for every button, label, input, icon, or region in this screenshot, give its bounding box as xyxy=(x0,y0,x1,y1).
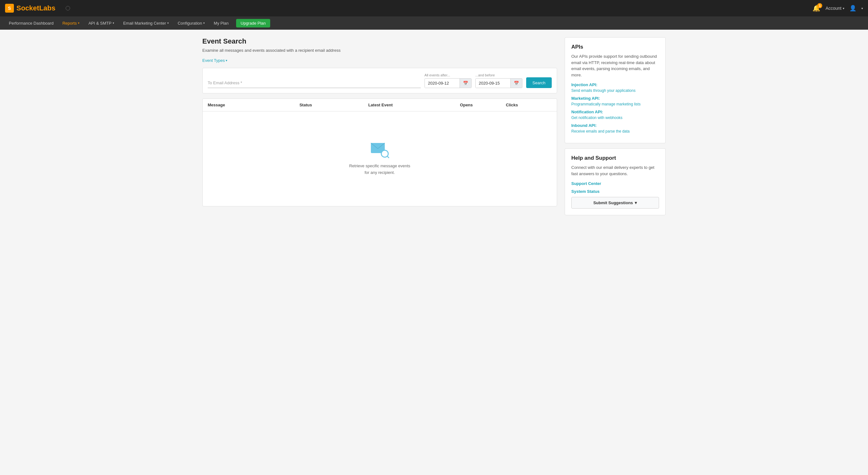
col-status: Status xyxy=(300,102,368,107)
logo-icon: S xyxy=(5,4,14,12)
col-opens: Opens xyxy=(460,102,506,107)
nav-item-api-smtp[interactable]: API & SMTP ▾ xyxy=(85,18,118,28)
marketing-api-link[interactable]: Marketing API: Programmatically manage m… xyxy=(571,96,659,106)
notification-badge: 1 xyxy=(817,3,822,8)
inbound-api-title: Inbound API: xyxy=(571,123,659,128)
event-types-dropdown[interactable]: Event Types ▾ xyxy=(202,58,227,63)
date-before-input-wrap: 📅 xyxy=(475,78,522,88)
api-smtp-chevron-icon: ▾ xyxy=(113,22,114,25)
main-wrapper: Event Search Examine all messages and ev… xyxy=(197,30,671,223)
notification-api-link[interactable]: Notification API: Get notification with … xyxy=(571,109,659,120)
top-nav: S SocketLabs 🔔 1 Account ▾ 👤 ▾ xyxy=(0,0,868,17)
email-input[interactable] xyxy=(208,78,421,88)
sidebar: APIs Our APIs provide support for sendin… xyxy=(565,37,666,215)
empty-state-text: Retrieve specific message events for any… xyxy=(349,163,410,176)
nav-item-performance-dashboard-label: Performance Dashboard xyxy=(9,21,54,26)
nav-item-reports[interactable]: Reports ▾ xyxy=(59,18,84,28)
email-input-wrap xyxy=(208,78,421,88)
support-center-link[interactable]: Support Center xyxy=(571,181,659,186)
email-marketing-chevron-icon: ▾ xyxy=(167,22,169,25)
nav-right: 🔔 1 Account ▾ 👤 ▾ xyxy=(812,4,863,12)
search-form: All events after... 📅 ...and before 📅 Se… xyxy=(202,68,557,93)
col-clicks: Clicks xyxy=(506,102,552,107)
apis-card: APIs Our APIs provide support for sendin… xyxy=(565,37,666,143)
nav-item-email-marketing[interactable]: Email Marketing Center ▾ xyxy=(119,18,173,28)
table-body-empty: Retrieve specific message events for any… xyxy=(203,112,557,206)
date-after-input[interactable] xyxy=(425,78,460,88)
nav-right-chevron-icon[interactable]: ▾ xyxy=(861,7,863,10)
event-types-label: Event Types xyxy=(202,58,225,63)
sub-nav: Performance Dashboard Reports ▾ API & SM… xyxy=(0,17,868,30)
marketing-api-desc: Programmatically manage marketing lists xyxy=(571,102,641,106)
results-table: Message Status Latest Event Opens Clicks xyxy=(202,98,557,207)
nav-item-configuration-label: Configuration xyxy=(178,21,202,26)
event-types-chevron-icon: ▾ xyxy=(226,59,227,62)
support-card-title: Help and Support xyxy=(571,155,659,161)
notification-api-desc: Get notification with webhooks xyxy=(571,116,622,120)
logo-text: SocketLabs xyxy=(17,4,56,12)
nav-item-configuration[interactable]: Configuration ▾ xyxy=(174,18,209,28)
date-before-input[interactable] xyxy=(476,78,510,88)
nav-item-my-plan-label: My Plan xyxy=(214,21,228,26)
upgrade-plan-button[interactable]: Upgrade Plan xyxy=(236,19,270,28)
support-card-description: Connect with our email delivery experts … xyxy=(571,164,659,177)
table-header: Message Status Latest Event Opens Clicks xyxy=(203,99,557,112)
empty-state-icon xyxy=(370,142,389,159)
submit-suggestions-label: Submit Suggestions xyxy=(593,200,633,205)
nav-item-email-marketing-label: Email Marketing Center xyxy=(123,21,166,26)
date-before-label: ...and before xyxy=(475,73,522,77)
date-before-group: ...and before 📅 xyxy=(475,73,522,88)
date-after-label: All events after... xyxy=(425,73,471,77)
search-button[interactable]: Search xyxy=(526,77,552,88)
account-chevron-icon: ▾ xyxy=(843,7,844,10)
nav-item-reports-label: Reports xyxy=(62,21,77,26)
inbound-api-desc: Receive emails and parse the data xyxy=(571,129,630,133)
marketing-api-title: Marketing API: xyxy=(571,96,659,101)
submit-suggestions-chevron-icon: ▾ xyxy=(635,200,637,205)
date-after-group: All events after... 📅 xyxy=(425,73,471,88)
account-label: Account xyxy=(826,6,841,11)
account-menu[interactable]: Account ▾ xyxy=(826,6,844,11)
svg-line-2 xyxy=(387,156,389,158)
content-area: Event Search Examine all messages and ev… xyxy=(202,37,557,215)
reports-chevron-icon: ▾ xyxy=(78,22,80,25)
nav-item-my-plan[interactable]: My Plan xyxy=(210,18,232,28)
system-status-link[interactable]: System Status xyxy=(571,189,659,194)
support-card: Help and Support Connect with our email … xyxy=(565,148,666,215)
inbound-api-link[interactable]: Inbound API: Receive emails and parse th… xyxy=(571,123,659,133)
page-description: Examine all messages and events associat… xyxy=(202,48,557,53)
col-latest-event: Latest Event xyxy=(368,102,460,107)
date-after-input-wrap: 📅 xyxy=(425,78,471,88)
page-title: Event Search xyxy=(202,37,557,45)
col-message: Message xyxy=(208,102,300,107)
logo-word-orange: Labs xyxy=(39,4,55,12)
date-before-calendar-button[interactable]: 📅 xyxy=(510,78,522,88)
apis-card-description: Our APIs provide support for sending out… xyxy=(571,53,659,78)
injection-api-title: Injection API: xyxy=(571,83,659,87)
nav-item-performance-dashboard[interactable]: Performance Dashboard xyxy=(5,18,57,28)
logo-area: S SocketLabs xyxy=(5,4,56,12)
logo-word-white: Socket xyxy=(17,4,39,12)
date-after-calendar-button[interactable]: 📅 xyxy=(460,78,471,88)
apis-card-title: APIs xyxy=(571,44,659,50)
configuration-chevron-icon: ▾ xyxy=(203,22,205,25)
injection-api-desc: Send emails through your applications xyxy=(571,88,636,93)
nav-item-api-smtp-label: API & SMTP xyxy=(88,21,112,26)
notification-api-title: Notification API: xyxy=(571,109,659,114)
user-profile-icon[interactable]: 👤 xyxy=(849,5,856,12)
nav-circle-indicator xyxy=(66,6,70,10)
notification-bell[interactable]: 🔔 1 xyxy=(812,4,820,12)
injection-api-link[interactable]: Injection API: Send emails through your … xyxy=(571,83,659,93)
submit-suggestions-button[interactable]: Submit Suggestions ▾ xyxy=(571,197,659,209)
